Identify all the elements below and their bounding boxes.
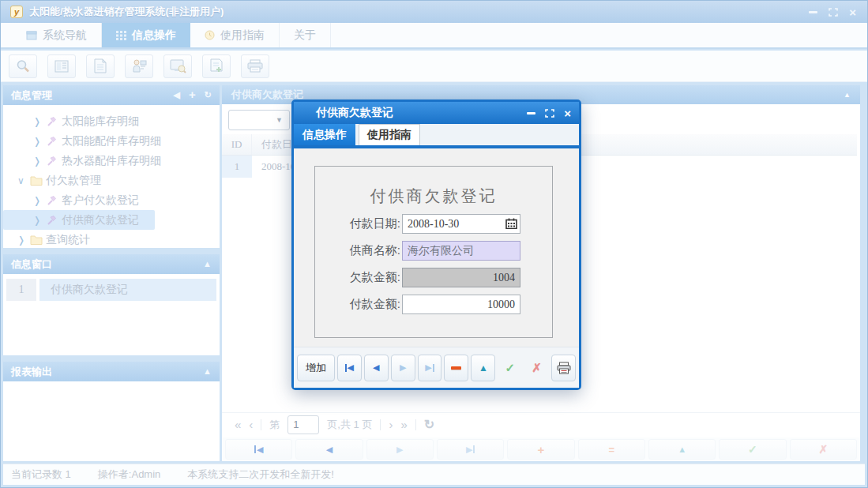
record-count-status: 当前记录数 1: [11, 467, 71, 482]
next-record-button[interactable]: ▶: [391, 355, 415, 381]
last-page-icon[interactable]: »: [400, 419, 407, 430]
collapse-up-icon[interactable]: ▲: [203, 260, 212, 268]
tab-user-guide[interactable]: 使用指南: [190, 23, 280, 47]
last-record-button[interactable]: ▶: [418, 355, 442, 381]
dialog-print-button[interactable]: [551, 355, 576, 381]
tree-item-label: 太阳能库存明细: [62, 114, 139, 129]
tab-label: 使用指南: [220, 28, 265, 43]
tree-item-label: 客户付欠款登记: [62, 193, 139, 208]
prev-page-icon[interactable]: ‹: [249, 419, 253, 430]
grid-next-record-button[interactable]: ▶: [366, 439, 434, 460]
dialog-body: 付供商欠款登记 付款日期: 供商名称:: [294, 152, 579, 347]
collapse-left-icon[interactable]: ◀: [174, 91, 180, 99]
tool-icon: [46, 215, 62, 226]
confirm-button[interactable]: ✓: [498, 355, 522, 381]
add-button[interactable]: 增加: [297, 355, 335, 381]
first-record-button[interactable]: ◀: [337, 355, 362, 381]
payment-amount-input[interactable]: [402, 295, 520, 314]
dialog-footer: 增加 ◀ ◀ ▶ ▶ ▲ ✓ ✗: [294, 347, 579, 388]
page-number-input[interactable]: [287, 415, 319, 434]
grid-icon: [116, 31, 126, 40]
delete-record-button[interactable]: [444, 355, 468, 381]
collapse-up-icon[interactable]: ▲: [203, 367, 212, 376]
tree-item-solar-inventory[interactable]: ❭ 太阳能库存明细: [3, 111, 155, 131]
minus-icon: [451, 366, 461, 370]
chevron-down-icon: ∨: [17, 175, 30, 186]
calendar-button[interactable]: [505, 217, 518, 230]
tool-icon: [46, 116, 62, 127]
main-tabbar: 系统导航 信息操作 使用指南 关于: [1, 23, 867, 49]
system-message: 本系统支持二次开发和全新开发!: [187, 467, 334, 482]
cancel-button[interactable]: ✗: [524, 355, 549, 381]
tree-item-supplier-payment[interactable]: ❭ 付供商欠款登记: [3, 210, 155, 230]
tab-about[interactable]: 关于: [280, 23, 331, 47]
close-button[interactable]: ×: [849, 6, 856, 18]
chevron-down-icon: ▼: [276, 116, 283, 124]
refresh-icon[interactable]: ↻: [205, 91, 212, 99]
tab-info-operations[interactable]: 信息操作: [102, 23, 190, 47]
payment-date-input[interactable]: [402, 214, 520, 234]
document-icon: [94, 58, 107, 73]
tree-item-customer-payment[interactable]: ❭ 客户付欠款登记: [3, 190, 155, 210]
new-document-button[interactable]: [86, 54, 115, 78]
open-window-item[interactable]: 1 付供商欠款登记: [6, 279, 216, 301]
dialog-titlebar: 付供商欠款登记 ×: [294, 102, 579, 124]
form-row-payment-amount: 付款金额:: [315, 295, 552, 314]
grid-confirm-button[interactable]: ✓: [719, 439, 786, 460]
panel-title: 信息窗口: [11, 257, 52, 272]
grid-insert-record-button[interactable]: +: [507, 439, 574, 460]
add-record-button[interactable]: [202, 54, 231, 78]
grid-cell-id: 1: [222, 156, 252, 178]
dialog-close-button[interactable]: ×: [564, 107, 571, 119]
add-icon[interactable]: +: [189, 88, 196, 100]
grid-last-record-button[interactable]: ▶: [437, 439, 504, 460]
tab-label: 关于: [294, 28, 316, 43]
restore-button[interactable]: [829, 8, 838, 17]
filter-combobox[interactable]: ▼: [228, 110, 290, 130]
grid-prev-record-button[interactable]: ◀: [295, 439, 363, 460]
search-button[interactable]: [9, 54, 37, 78]
grid-delete-record-button[interactable]: =: [578, 439, 645, 460]
form-fieldset: 付供商欠款登记 付款日期: 供商名称:: [314, 166, 553, 338]
refresh-icon[interactable]: ↻: [424, 419, 434, 431]
navigation-tree: ❭ 太阳能库存明细 ❭ 太阳能配件库存明细 ❭ 热水器配件库存明细 ∨ 付欠款管…: [3, 105, 220, 248]
search-icon: [15, 58, 31, 74]
app-icon: y: [10, 6, 23, 18]
grid-first-record-button[interactable]: ◀: [225, 439, 292, 460]
print-button[interactable]: [241, 54, 269, 78]
first-page-icon[interactable]: «: [235, 419, 241, 430]
dialog-minimize-button[interactable]: [527, 112, 535, 114]
panel-title: 信息管理: [11, 88, 52, 103]
open-folder-icon: [30, 175, 46, 186]
tree-folder-query-statistics[interactable]: ❭ 查询统计: [3, 230, 106, 248]
application-window: y 太阳能/热水器进销存管理系统(非注册用户) × 系统导航 信息操作: [0, 0, 868, 488]
debt-amount-label: 欠款金额:: [315, 270, 402, 285]
panel-icon: [26, 31, 37, 40]
grid-column-id[interactable]: ID: [222, 134, 252, 155]
tree-item-heater-parts-inventory[interactable]: ❭ 热水器配件库存明细: [3, 151, 177, 171]
collapse-up-icon[interactable]: ▲: [844, 91, 851, 99]
report-button[interactable]: [47, 54, 76, 78]
edit-record-button[interactable]: ▲: [471, 355, 495, 381]
chevron-right-icon: ❭: [17, 235, 30, 246]
operator-button[interactable]: [125, 54, 153, 78]
minimize-button[interactable]: [809, 11, 817, 13]
operator-status: 操作者:Admin: [98, 467, 160, 482]
document-plus-icon: [210, 58, 224, 73]
dialog-maximize-button[interactable]: [545, 109, 554, 118]
tree-folder-payment-management[interactable]: ∨ 付欠款管理: [3, 171, 117, 190]
main-toolbar: [1, 51, 867, 82]
tree-item-solar-parts-inventory[interactable]: ❭ 太阳能配件库存明细: [3, 131, 177, 151]
view-button[interactable]: [163, 54, 192, 78]
grid-cancel-button[interactable]: ✗: [790, 439, 857, 460]
dialog-tab-user-guide[interactable]: 使用指南: [359, 124, 420, 145]
next-page-icon[interactable]: ›: [389, 419, 393, 430]
info-management-panel-header: 信息管理 ◀ + ↻: [3, 85, 220, 105]
grid-edit-record-button[interactable]: ▲: [648, 439, 716, 460]
prev-record-button[interactable]: ◀: [364, 355, 389, 381]
sidebar: 信息管理 ◀ + ↻ ❭ 太阳能库存明细 ❭ 太阳能配件库存明细 ❭ 热水器配件…: [3, 85, 220, 461]
tab-system-navigation[interactable]: 系统导航: [12, 23, 102, 47]
supplier-name-input[interactable]: [402, 241, 520, 261]
tool-icon: [46, 195, 62, 206]
dialog-tab-info-operations[interactable]: 信息操作: [294, 124, 355, 145]
